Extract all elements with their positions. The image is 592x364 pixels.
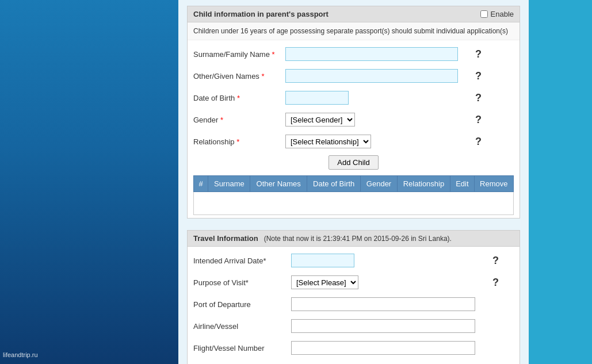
- travel-form-body: Intended Arrival Date* ? Purpose of Visi…: [188, 247, 520, 364]
- dob-label: Date of Birth *: [193, 94, 285, 102]
- purpose-label: Purpose of Visit*: [193, 278, 291, 287]
- col-dob: Date of Birth: [307, 176, 361, 192]
- flight-number-input[interactable]: [291, 341, 475, 355]
- dob-row: Date of Birth * ?: [193, 90, 514, 106]
- arrival-date-input-wrap: [291, 254, 475, 267]
- surname-row: Surname/Family Name * ?: [193, 46, 514, 62]
- flight-number-row: Flight/Vessel Number: [193, 340, 514, 356]
- travel-section-header: Travel Information (Note that now it is …: [188, 231, 520, 247]
- airline-row: Airline/Vessel: [193, 318, 514, 334]
- relationship-row: Relationship * [Select Relationship] ?: [193, 133, 514, 150]
- main-content: Child information in parent's passport E…: [178, 0, 529, 364]
- col-number: #: [194, 176, 208, 192]
- travel-section-note: (Note that now it is 21:39:41 PM on 2015…: [264, 235, 452, 243]
- purpose-row: Purpose of Visit* [Select Please] ?: [193, 274, 514, 290]
- surname-label: Surname/Family Name *: [193, 50, 285, 59]
- child-info-section: Child information in parent's passport E…: [187, 6, 520, 219]
- table-empty-row: [194, 192, 514, 215]
- watermark: lifeandtrip.ru: [3, 351, 38, 358]
- add-child-button[interactable]: Add Child: [329, 155, 378, 170]
- other-names-help-icon[interactable]: ?: [475, 70, 482, 82]
- airline-label: Airline/Vessel: [193, 322, 291, 331]
- col-gender: Gender: [361, 176, 397, 192]
- other-names-label: Other/Given Names *: [193, 72, 285, 81]
- child-section-title: Child information in parent's passport: [193, 10, 329, 18]
- relationship-label: Relationship *: [193, 137, 285, 146]
- airline-input[interactable]: [291, 319, 475, 333]
- gender-select[interactable]: [Select Gender]: [285, 113, 355, 127]
- table-header-row: # Surname Other Names Date of Birth Gend…: [194, 176, 514, 192]
- port-row: Port of Departure: [193, 296, 514, 312]
- dob-help-icon[interactable]: ?: [475, 92, 482, 104]
- child-section-header: Child information in parent's passport E…: [188, 6, 520, 22]
- relationship-select-wrap: [Select Relationship]: [285, 135, 458, 148]
- right-sidebar: [529, 0, 592, 364]
- gender-help-icon[interactable]: ?: [475, 114, 482, 126]
- col-surname: Surname: [208, 176, 250, 192]
- dob-input[interactable]: [285, 91, 349, 105]
- child-form-body: Surname/Family Name * ? Other/Given Name…: [188, 40, 520, 218]
- purpose-help-icon[interactable]: ?: [492, 277, 499, 289]
- other-names-row: Other/Given Names * ?: [193, 68, 514, 84]
- surname-input-wrap: [285, 47, 458, 61]
- other-names-input-wrap: [285, 69, 458, 83]
- port-input-wrap: [291, 297, 475, 311]
- add-child-container: Add Child: [193, 155, 514, 170]
- arrival-date-row: Intended Arrival Date* ?: [193, 252, 514, 269]
- enable-checkbox[interactable]: [480, 10, 488, 18]
- port-label: Port of Departure: [193, 300, 291, 309]
- airline-input-wrap: [291, 319, 475, 333]
- flight-number-label: Flight/Vessel Number: [193, 344, 291, 352]
- col-relationship: Relationship: [397, 176, 450, 192]
- gender-label: Gender *: [193, 116, 285, 124]
- purpose-select-wrap: [Select Please]: [291, 275, 475, 289]
- enable-area: Enable: [480, 10, 514, 18]
- arrival-date-label: Intended Arrival Date*: [193, 256, 291, 265]
- relationship-select[interactable]: [Select Relationship]: [285, 135, 371, 148]
- surname-help-icon[interactable]: ?: [475, 48, 482, 60]
- arrival-help-icon[interactable]: ?: [492, 255, 499, 267]
- travel-section-title: Travel Information: [193, 234, 258, 243]
- child-table: # Surname Other Names Date of Birth Gend…: [193, 175, 514, 215]
- relationship-help-icon[interactable]: ?: [475, 136, 482, 148]
- port-input[interactable]: [291, 297, 475, 311]
- gender-select-wrap: [Select Gender]: [285, 113, 458, 127]
- flight-number-input-wrap: [291, 341, 475, 355]
- other-names-input[interactable]: [285, 69, 458, 83]
- enable-label: Enable: [491, 10, 514, 18]
- arrival-date-input[interactable]: [291, 254, 354, 267]
- left-sidebar: [0, 0, 178, 364]
- col-edit: Edit: [450, 176, 474, 192]
- travel-info-section: Travel Information (Note that now it is …: [187, 230, 520, 364]
- col-remove: Remove: [474, 176, 514, 192]
- purpose-select[interactable]: [Select Please]: [291, 275, 358, 289]
- dob-input-wrap: [285, 91, 458, 105]
- col-other-names: Other Names: [250, 176, 307, 192]
- gender-row: Gender * [Select Gender] ?: [193, 112, 514, 128]
- surname-input[interactable]: [285, 47, 458, 61]
- notice-text: Children under 16 years of age possessin…: [188, 22, 520, 40]
